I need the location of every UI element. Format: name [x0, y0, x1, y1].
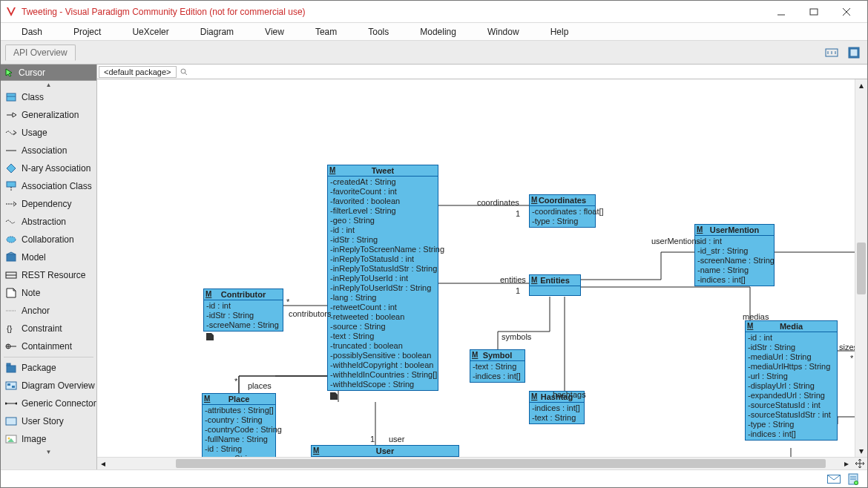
class-attribute: -screenName : String	[697, 256, 772, 266]
menu-dash[interactable]: Dash	[14, 24, 50, 40]
class-attribute: -withheldScope : String	[330, 380, 435, 389]
palette-association-class[interactable]: Association Class	[1, 177, 96, 195]
class-title: Tweet	[372, 166, 394, 175]
class-attribute: -filterLevel : String	[330, 206, 435, 216]
palette-item-label: N-ary Association	[22, 163, 91, 174]
maximize-button[interactable]	[798, 1, 830, 22]
palette-collaboration[interactable]: Collaboration	[1, 231, 96, 248]
class-attribute: -attributes : String[]	[205, 406, 273, 415]
menu-help[interactable]: Help	[543, 24, 576, 40]
app-logo-icon	[5, 6, 17, 18]
nary-icon	[5, 162, 17, 174]
toolbar-layers-icon[interactable]	[845, 44, 863, 62]
svg-marker-63	[206, 333, 214, 340]
palette-association[interactable]: Association	[1, 142, 96, 159]
palette-usage[interactable]: Usage	[1, 124, 96, 142]
class-tweet[interactable]: MTweet-createdAt : String-favoriteCount …	[327, 165, 438, 391]
close-button[interactable]	[830, 1, 863, 22]
svg-point-39	[5, 403, 7, 405]
scroll-thumb-horizontal[interactable]	[176, 459, 826, 468]
anchor-icon	[5, 305, 17, 317]
vertical-scrollbar[interactable]: ▴ ▾	[855, 79, 867, 457]
menu-diagram[interactable]: Diagram	[193, 24, 241, 40]
palette-dependency[interactable]: Dependency	[1, 195, 96, 213]
class-title: UserMention	[710, 225, 760, 234]
class-attribute: -source : String	[330, 322, 435, 332]
palette-item-label: Containment	[22, 341, 72, 352]
class-contributor[interactable]: MContributor-id : int-idStr : String-scr…	[203, 288, 283, 332]
tab-api-overview[interactable]: API Overview	[5, 44, 76, 61]
minimize-button[interactable]	[765, 1, 798, 22]
palette-item-label: Generic Connector	[22, 398, 96, 409]
palette-sidebar: Cursor ▲ ClassGeneralizationUsageAssocia…	[1, 65, 97, 469]
palette-cursor-label: Cursor	[19, 67, 45, 78]
class-hashtag[interactable]: MHashtag-indices : int[]-text : String	[529, 391, 585, 424]
class-usermention[interactable]: MUserMention-id : int-id_str : String-sc…	[694, 224, 775, 286]
svg-marker-15	[13, 113, 16, 117]
menu-window[interactable]: Window	[480, 24, 527, 40]
palette-item-label: Usage	[22, 128, 47, 138]
class-title: Place	[228, 395, 250, 403]
class-attribute: -idStr : String	[330, 235, 435, 245]
class-place[interactable]: MPlace-attributes : String[]-country : S…	[202, 393, 276, 457]
menu-team[interactable]: Team	[308, 24, 344, 40]
palette-anchor[interactable]: Anchor	[1, 302, 96, 320]
menu-modeling[interactable]: Modeling	[412, 24, 464, 40]
diagram-canvas[interactable]: MTweet-createdAt : String-favoriteCount …	[97, 79, 855, 457]
palette-containment[interactable]: Containment	[1, 337, 96, 355]
menu-project[interactable]: Project	[66, 24, 108, 40]
palette-diagram-overview[interactable]: Diagram Overview	[1, 377, 96, 395]
class-media[interactable]: MMedia-id : int-idStr : String-mediaUrl …	[745, 320, 838, 441]
menu-uexceler[interactable]: UeXceler	[125, 24, 176, 40]
scroll-up-icon[interactable]: ▴	[855, 79, 867, 91]
class-coordinates[interactable]: MCoordinates-coordinates : float[]-type …	[529, 194, 596, 228]
class-attribute: -idStr : String	[748, 343, 835, 352]
us-icon	[5, 415, 17, 427]
svg-point-21	[7, 237, 16, 243]
search-icon[interactable]	[180, 67, 188, 76]
palette-n-ary-association[interactable]: N-ary Association	[1, 159, 96, 177]
palette-note[interactable]: Note	[1, 284, 96, 302]
toolbar-glossary-icon[interactable]	[823, 44, 841, 62]
palette-constraint[interactable]: {}Constraint	[1, 320, 96, 337]
class-attribute: -id : String	[205, 444, 273, 454]
association-label: symbols	[502, 332, 531, 341]
pan-grip-icon[interactable]	[852, 458, 867, 469]
menu-view[interactable]: View	[257, 24, 292, 40]
palette-scroll-down[interactable]: ▼	[1, 448, 96, 455]
menu-tools[interactable]: Tools	[361, 24, 396, 40]
palette-cursor[interactable]: Cursor	[1, 65, 96, 81]
class-entities[interactable]: MEntities	[529, 274, 581, 296]
scroll-thumb-vertical[interactable]	[857, 243, 866, 294]
class-attribute: -type : String	[532, 217, 593, 226]
scroll-right-icon[interactable]: ▸	[841, 458, 852, 469]
class-attribute: -id : int	[330, 225, 435, 235]
palette-model[interactable]: Model	[1, 248, 96, 266]
class-symbol[interactable]: MSymbol-text : String-indices : int[]	[470, 349, 525, 383]
association-label: 1	[516, 286, 520, 295]
class-attribute: -id_str : String	[697, 246, 772, 256]
palette-user-story[interactable]: User Story	[1, 412, 96, 430]
svg-rect-18	[7, 182, 16, 187]
class-user[interactable]: MUser-contributorsEnabled : boolean-crea…	[311, 445, 459, 457]
class-attribute: -withheldInCountries : String[]	[330, 370, 435, 380]
palette-package[interactable]: Package	[1, 359, 96, 377]
mail-icon[interactable]	[827, 473, 841, 485]
horizontal-scrollbar[interactable]: ◂ ▸	[97, 457, 867, 469]
palette-item-label: Package	[22, 363, 56, 373]
palette-generalization[interactable]: Generalization	[1, 106, 96, 124]
palette-class[interactable]: Class	[1, 88, 96, 106]
palette-generic-connector[interactable]: Generic Connector	[1, 395, 96, 412]
palette-image[interactable]: Image	[1, 430, 96, 448]
palette-scroll-up[interactable]: ▲	[1, 81, 96, 88]
note-status-icon[interactable]	[846, 473, 860, 485]
scroll-left-icon[interactable]: ◂	[97, 458, 109, 469]
association-label: contributors	[289, 309, 331, 318]
palette-item-label: Collaboration	[22, 234, 74, 245]
palette-rest-resource[interactable]: REST Resource	[1, 266, 96, 284]
palette-abstraction[interactable]: Abstraction	[1, 213, 96, 231]
gc-icon	[5, 398, 17, 409]
breadcrumb-default-package[interactable]: <default package>	[99, 66, 177, 78]
palette-item-label: Dependency	[22, 199, 71, 209]
scroll-down-icon[interactable]: ▾	[855, 445, 867, 457]
